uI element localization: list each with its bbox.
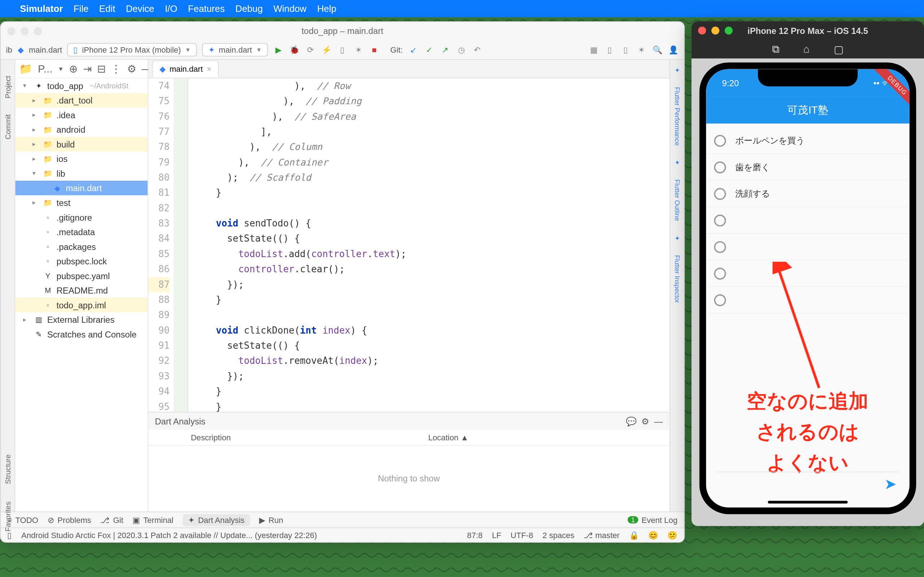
tool-icon-2[interactable]: ▯ xyxy=(604,44,615,55)
screenshot-icon[interactable]: ⧉ xyxy=(772,43,779,55)
minimize-icon[interactable]: — xyxy=(654,416,663,426)
todo-input-row[interactable]: ➤ xyxy=(717,472,899,495)
radio-icon[interactable] xyxy=(714,134,726,147)
todo-item[interactable]: 歯を磨く xyxy=(706,154,909,181)
traffic-lights[interactable] xyxy=(698,27,733,35)
radio-icon[interactable] xyxy=(714,187,726,200)
project-header[interactable]: 📁 P...▼ ⊕ ⇥ ⊟ ⋮ ⚙ — xyxy=(15,60,148,79)
line-sep[interactable]: LF xyxy=(492,530,501,540)
tree-node[interactable]: MREADME.md xyxy=(15,283,148,298)
breadcrumb-root[interactable]: ib xyxy=(6,45,12,54)
rail-outline[interactable]: Flutter Outline xyxy=(674,180,681,221)
menu-window[interactable]: Window xyxy=(274,3,307,14)
run-config-selector[interactable]: ✦ main.dart▼ xyxy=(202,43,268,56)
editor-tab[interactable]: ◆ main.dart × xyxy=(152,61,219,78)
todo-item[interactable]: ボールペンを買う xyxy=(706,128,909,154)
stop-button[interactable]: ■ xyxy=(369,44,380,55)
tree-node[interactable]: ▸📁.idea xyxy=(15,108,148,122)
gear-icon[interactable]: ⚙ xyxy=(127,62,136,75)
device-selector[interactable]: ▯ iPhone 12 Pro Max (mobile)▼ xyxy=(68,43,197,56)
tool-icon-1[interactable]: ▦ xyxy=(588,44,599,55)
home-indicator[interactable] xyxy=(768,501,848,503)
git-commit-icon[interactable]: ✓ xyxy=(424,44,435,55)
sad-icon[interactable]: 😕 xyxy=(667,530,677,540)
breadcrumb-file[interactable]: main.dart xyxy=(29,45,62,54)
encoding[interactable]: UTF-8 xyxy=(511,530,533,540)
git-rollback-icon[interactable]: ↶ xyxy=(472,44,482,55)
add-icon[interactable]: ⊕ xyxy=(69,62,78,75)
git-push-icon[interactable]: ↗ xyxy=(440,44,451,55)
debug-button[interactable]: 🐞 xyxy=(289,44,300,55)
radio-icon[interactable] xyxy=(714,294,726,306)
close-tab-icon[interactable]: × xyxy=(207,64,212,74)
radio-icon[interactable] xyxy=(714,241,726,253)
tree-node[interactable]: ▫.metadata xyxy=(15,225,148,239)
lock-icon[interactable]: 🔒 xyxy=(629,530,639,540)
phone-screen[interactable]: DEBUG 9:20 •• ᯤ ▮ 可茂IT塾 ボールペンを買う歯を磨く洗顔する… xyxy=(706,69,909,508)
todo-item[interactable] xyxy=(706,207,909,234)
menu-help[interactable]: Help xyxy=(317,3,336,14)
caret-position[interactable]: 87:8 xyxy=(467,530,483,540)
tab-event-log[interactable]: 1 Event Log xyxy=(628,515,677,524)
todo-item[interactable] xyxy=(706,287,909,314)
hot-reload-button[interactable]: ⚡ xyxy=(321,44,332,55)
col-location[interactable]: Location ▲ xyxy=(428,433,666,442)
doc-icon[interactable]: ▯ xyxy=(7,530,12,540)
tool-icon-3[interactable]: ▯ xyxy=(620,44,631,55)
window-titlebar[interactable]: todo_app – main.dart xyxy=(1,22,684,40)
profile-icon[interactable]: ✶ xyxy=(353,44,363,55)
tab-run[interactable]: ▶ Run xyxy=(259,515,283,524)
tab-problems[interactable]: ⊘ Problems xyxy=(48,515,91,524)
tree-node[interactable]: ▾📁lib xyxy=(15,166,148,181)
status-message[interactable]: Android Studio Arctic Fox | 2020.3.1 Pat… xyxy=(21,530,317,540)
select-icon[interactable]: ⊟ xyxy=(97,62,106,75)
tree-node[interactable]: ▫pubspec.lock xyxy=(15,254,148,269)
tree-node[interactable]: ▾✦todo_app~/AndroidSt xyxy=(15,78,148,93)
send-icon[interactable]: ➤ xyxy=(884,475,896,493)
tree-node[interactable]: ✎Scratches and Console xyxy=(15,327,148,342)
chat-icon[interactable]: 💬 xyxy=(626,416,636,426)
tree-node[interactable]: ▸📁build xyxy=(15,137,148,152)
run-button[interactable]: ▶ xyxy=(273,44,284,55)
rail-structure[interactable]: Structure xyxy=(4,455,12,484)
col-description[interactable]: Description xyxy=(191,433,428,442)
radio-icon[interactable] xyxy=(714,161,726,173)
tree-node[interactable]: ▸📁android xyxy=(15,122,148,137)
coverage-button[interactable]: ⟳ xyxy=(305,44,315,55)
menu-edit[interactable]: Edit xyxy=(99,3,115,14)
menu-debug[interactable]: Debug xyxy=(235,3,263,14)
git-branch[interactable]: ⎇ master xyxy=(584,530,620,540)
tree-node[interactable]: ▸📁.dart_tool xyxy=(15,93,148,108)
tab-dart-analysis[interactable]: ✦ Dart Analysis xyxy=(183,514,250,526)
active-app-name[interactable]: Simulator xyxy=(20,3,63,14)
tool-icon-4[interactable]: ✶ xyxy=(636,44,647,55)
rail-performance[interactable]: Flutter Performance xyxy=(674,87,681,146)
git-history-icon[interactable]: ◷ xyxy=(456,44,466,55)
tab-terminal[interactable]: ▣ Terminal xyxy=(132,515,173,524)
tree-node[interactable]: Ypubspec.yaml xyxy=(15,268,148,283)
menu-device[interactable]: Device xyxy=(126,3,155,14)
git-pull-icon[interactable]: ↙ xyxy=(408,44,418,55)
tree-node[interactable]: ▫todo_app.iml xyxy=(15,298,148,312)
rail-favorites[interactable]: Favorites xyxy=(4,501,12,531)
rail-inspector[interactable]: Flutter Inspector xyxy=(674,255,681,303)
collapse-icon[interactable]: ⇥ xyxy=(83,62,92,75)
tree-node[interactable]: ▫.packages xyxy=(15,239,148,254)
todo-item[interactable]: 洗顔する xyxy=(706,181,909,207)
account-icon[interactable]: 👤 xyxy=(668,44,678,55)
attach-icon[interactable]: ▯ xyxy=(337,44,347,55)
tree-node[interactable]: ▸▥External Libraries xyxy=(15,312,148,327)
tree-node[interactable]: ▸📁ios xyxy=(15,152,148,166)
todo-list[interactable]: ボールペンを買う歯を磨く洗顔する xyxy=(706,124,909,318)
menu-file[interactable]: File xyxy=(74,3,89,14)
menu-features[interactable]: Features xyxy=(188,3,225,14)
search-icon[interactable]: 🔍 xyxy=(652,44,663,55)
project-tree[interactable]: ▾✦todo_app~/AndroidSt▸📁.dart_tool▸📁.idea… xyxy=(15,78,148,511)
tree-node[interactable]: ◆main.dart xyxy=(15,181,148,195)
tab-git[interactable]: ⎇ Git xyxy=(100,515,123,524)
gear-icon[interactable]: ⚙ xyxy=(641,416,649,426)
radio-icon[interactable] xyxy=(714,214,726,226)
todo-item[interactable] xyxy=(706,234,909,260)
tree-node[interactable]: ▸📁test xyxy=(15,195,148,210)
todo-item[interactable] xyxy=(706,260,909,287)
